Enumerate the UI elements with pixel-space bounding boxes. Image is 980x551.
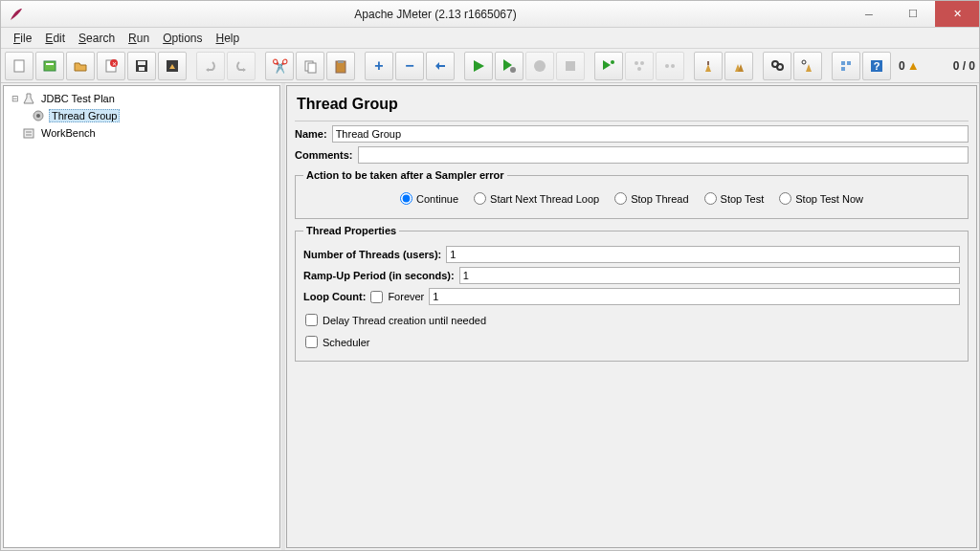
- reset-search-button[interactable]: [793, 52, 822, 80]
- close-file-button[interactable]: ✕: [97, 52, 125, 80]
- cut-button[interactable]: ✂️: [265, 52, 294, 80]
- menu-bar: File Edit Search Run Options Help: [1, 28, 979, 49]
- delay-thread-label: Delay Thread creation until needed: [323, 315, 486, 326]
- open-button[interactable]: [66, 52, 95, 80]
- minimize-button[interactable]: ─: [847, 1, 891, 27]
- radio-continue[interactable]: Continue: [400, 192, 458, 205]
- scheduler-label: Scheduler: [323, 337, 370, 348]
- sampler-error-group: Action to be taken after a Sampler error…: [295, 169, 969, 219]
- search-button[interactable]: [763, 52, 791, 80]
- shutdown-button[interactable]: [556, 52, 585, 80]
- app-feather-icon: [9, 7, 24, 22]
- menu-options[interactable]: Options: [156, 30, 209, 47]
- toolbar: ✕ ✂️ + − ? 0 ▲ 0 / 0: [1, 49, 979, 83]
- svg-rect-23: [707, 61, 709, 65]
- comments-label: Comments:: [295, 149, 353, 161]
- svg-rect-7: [138, 61, 145, 65]
- menu-file[interactable]: File: [7, 30, 38, 47]
- copy-button[interactable]: [296, 52, 324, 80]
- close-button[interactable]: ✕: [935, 1, 979, 27]
- paste-button[interactable]: [326, 52, 355, 80]
- radio-stop-thread[interactable]: Stop Thread: [614, 192, 688, 205]
- svg-rect-28: [847, 61, 851, 65]
- save-button[interactable]: [127, 52, 156, 80]
- svg-rect-8: [139, 67, 145, 71]
- svg-rect-29: [841, 67, 845, 71]
- forever-checkbox[interactable]: [370, 291, 383, 303]
- stop-button[interactable]: [525, 52, 554, 80]
- workbench-icon: [21, 125, 36, 141]
- delay-thread-checkbox[interactable]: [305, 314, 318, 326]
- scissors-icon: ✂️: [272, 58, 288, 74]
- warning-icon: ▲: [907, 58, 920, 73]
- remote-stop-button[interactable]: [656, 52, 684, 80]
- thread-properties-legend: Thread Properties: [303, 225, 399, 236]
- panel-heading: Thread Group: [295, 92, 969, 121]
- clear-button[interactable]: [694, 52, 723, 80]
- radio-start-next-loop[interactable]: Start Next Thread Loop: [474, 192, 599, 205]
- scheduler-checkbox[interactable]: [305, 336, 318, 348]
- svg-rect-34: [24, 129, 33, 138]
- radio-stop-test[interactable]: Stop Test: [704, 192, 765, 205]
- loop-count-input[interactable]: [429, 288, 960, 305]
- menu-edit[interactable]: Edit: [38, 30, 72, 47]
- svg-rect-0: [14, 60, 24, 72]
- undo-button[interactable]: [196, 52, 225, 80]
- svg-point-25: [777, 64, 783, 70]
- svg-point-17: [611, 60, 614, 64]
- templates-button[interactable]: [35, 52, 64, 80]
- config-panel: Thread Group Name: Comments: Action to b…: [286, 85, 977, 548]
- loop-count-label: Loop Count:: [303, 291, 366, 302]
- menu-run[interactable]: Run: [122, 30, 156, 47]
- expand-button[interactable]: +: [365, 52, 393, 80]
- svg-point-15: [534, 60, 546, 72]
- menu-help[interactable]: Help: [210, 30, 247, 47]
- svg-rect-16: [566, 61, 575, 71]
- svg-point-20: [637, 67, 641, 71]
- num-threads-input[interactable]: [446, 246, 960, 263]
- svg-rect-13: [338, 60, 344, 63]
- menu-search[interactable]: Search: [72, 30, 122, 47]
- svg-rect-27: [841, 61, 845, 65]
- test-plan-tree[interactable]: ⊟ JDBC Test Plan Thread Group WorkBench: [3, 85, 280, 548]
- rampup-input[interactable]: [459, 267, 960, 284]
- title-bar: Apache JMeter (2.13 r1665067) ─ ☐ ✕: [1, 1, 979, 28]
- toggle-button[interactable]: [426, 52, 455, 80]
- help-button[interactable]: ?: [862, 52, 891, 80]
- name-input[interactable]: [332, 125, 969, 143]
- splitter[interactable]: [281, 83, 285, 550]
- tree-node-workbench[interactable]: WorkBench: [6, 124, 278, 142]
- svg-point-19: [640, 61, 644, 65]
- window-title: Apache JMeter (2.13 r1665067): [24, 8, 847, 21]
- expand-toggle-icon[interactable]: ⊟: [10, 94, 21, 103]
- svg-point-18: [635, 61, 638, 65]
- save-as-button[interactable]: [158, 52, 187, 80]
- redo-button[interactable]: [227, 52, 256, 80]
- clear-all-button[interactable]: [724, 52, 753, 80]
- new-button[interactable]: [5, 52, 33, 80]
- collapse-button[interactable]: −: [395, 52, 424, 80]
- thread-count: 0 / 0: [953, 59, 975, 73]
- svg-rect-11: [308, 63, 316, 73]
- svg-rect-1: [44, 61, 56, 71]
- error-count: 0: [899, 59, 905, 73]
- beaker-icon: [21, 91, 36, 106]
- sampler-error-legend: Action to be taken after a Sampler error: [303, 169, 507, 181]
- svg-point-21: [665, 64, 669, 68]
- thread-properties-group: Thread Properties Number of Threads (use…: [295, 225, 969, 362]
- function-helper-button[interactable]: [832, 52, 860, 80]
- radio-stop-test-now[interactable]: Stop Test Now: [779, 192, 863, 205]
- thread-group-icon: [31, 108, 46, 123]
- comments-input[interactable]: [358, 146, 969, 164]
- remote-start-all-button[interactable]: [625, 52, 654, 80]
- svg-point-26: [802, 60, 806, 64]
- tree-node-thread-group[interactable]: Thread Group: [6, 107, 278, 124]
- svg-point-33: [36, 114, 40, 118]
- tree-node-test-plan[interactable]: ⊟ JDBC Test Plan: [6, 90, 278, 107]
- start-button[interactable]: [464, 52, 493, 80]
- maximize-button[interactable]: ☐: [891, 1, 935, 27]
- forever-label: Forever: [388, 291, 424, 302]
- remote-start-button[interactable]: [594, 52, 623, 80]
- rampup-label: Ramp-Up Period (in seconds):: [303, 270, 455, 281]
- start-no-pauses-button[interactable]: [495, 52, 523, 80]
